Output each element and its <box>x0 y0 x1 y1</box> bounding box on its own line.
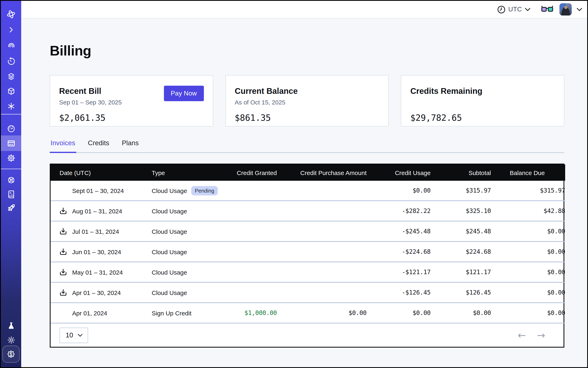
card-subtitle <box>410 99 555 106</box>
tab-plans[interactable]: Plans <box>121 139 140 153</box>
col-balance-due: Balance Due <box>491 165 565 181</box>
helm-wheel-icon <box>7 176 15 184</box>
table-header: Date (UTC) Type Credit Granted Credit Pu… <box>51 165 565 181</box>
balance-due-value: $0.00 <box>491 262 565 282</box>
seal-dollar-icon <box>7 350 16 359</box>
subtotal-value: $325.10 <box>431 201 491 221</box>
credit-purchase-value: $0.00 <box>277 303 367 323</box>
tab-credits[interactable]: Credits <box>87 139 110 153</box>
credit-purchase-value <box>277 262 367 282</box>
layers-icon <box>7 72 15 81</box>
credit-usage-value: $0.00 <box>367 181 431 201</box>
flask-icon <box>7 321 15 330</box>
app-logo[interactable] <box>1 7 21 22</box>
clock-icon <box>497 5 506 14</box>
col-credit-granted: Credit Granted <box>234 165 277 181</box>
col-subtotal: Subtotal <box>431 165 491 181</box>
page-size-value: 10 <box>66 331 73 339</box>
sidebar-item-labs[interactable] <box>1 318 21 333</box>
download-invoice-button[interactable] <box>60 289 67 296</box>
sidebar-item-history[interactable] <box>1 54 21 69</box>
invoice-date: Apr 01 – 30, 2024 <box>72 289 121 296</box>
sidebar-collapse-button[interactable] <box>1 22 21 37</box>
sidebar-item-docs[interactable] <box>1 186 21 202</box>
invoice-row: Apr 01, 2024 Sign Up Credit $1,000.00 $0… <box>51 303 565 323</box>
credit-granted-value <box>234 201 277 221</box>
credit-purchase-value <box>277 241 367 262</box>
pay-now-button[interactable]: Pay Now <box>164 86 204 101</box>
sidebar-item-dashboard[interactable] <box>1 121 21 136</box>
billing-card-icon <box>7 139 15 147</box>
sidebar-item-helm[interactable] <box>1 172 21 188</box>
sidebar-item-settings[interactable] <box>1 150 21 166</box>
sidebar-item-launch[interactable] <box>1 200 21 216</box>
invoice-row: Jun 01 – 30, 2024 Cloud Usage -$224.68 $… <box>51 241 565 262</box>
invoice-type: Cloud Usage <box>152 269 187 276</box>
invoice-row: Apr 01 – 30, 2024 Cloud Usage -$126.45 $… <box>51 282 565 303</box>
topbar: UTC <box>21 1 587 18</box>
invoice-date: May 01 – 31, 2024 <box>72 269 123 276</box>
arrow-left-icon: ← <box>518 330 526 341</box>
download-invoice-button[interactable] <box>60 228 67 235</box>
credit-usage-value: -$121.17 <box>367 262 431 282</box>
tab-invoices[interactable]: Invoices <box>50 139 76 153</box>
credit-usage-value: -$224.68 <box>367 241 431 262</box>
invoices-table: Date (UTC) Type Credit Granted Credit Pu… <box>51 165 565 323</box>
sidebar-item-observe[interactable] <box>1 38 21 54</box>
invoice-date: Aug 01 – 31, 2024 <box>72 207 122 214</box>
sidebar-credits-button[interactable] <box>2 346 19 363</box>
invoice-row: May 01 – 31, 2024 Cloud Usage -$121.17 $… <box>51 262 565 282</box>
sidebar-item-layers[interactable] <box>1 69 21 84</box>
sidebar-item-billing[interactable] <box>1 136 21 151</box>
pagination: ← → <box>518 330 545 340</box>
timezone-selector[interactable]: UTC <box>497 5 531 14</box>
credit-granted-value: $1,000.00 <box>234 303 277 323</box>
credit-granted-value <box>234 282 277 303</box>
recent-bill-amount: $2,061.35 <box>59 113 204 123</box>
balance-due-value: $42.88 <box>491 201 565 221</box>
next-page-button[interactable]: → <box>537 330 545 340</box>
orbit-logo-icon <box>6 9 16 19</box>
main-content: Billing Recent Bill Sep 01 – Sep 30, 202… <box>21 18 587 367</box>
avatar[interactable] <box>560 3 572 16</box>
invoice-row: Jul 01 – 31, 2024 Cloud Usage -$245.48 $… <box>51 221 565 241</box>
reader-mode-button[interactable] <box>541 5 553 14</box>
timer-icon <box>7 57 15 65</box>
credit-usage-value: -$126.45 <box>367 282 431 303</box>
invoice-date: Sept 01 – 30, 2024 <box>72 187 124 194</box>
credit-purchase-value <box>277 181 367 201</box>
account-menu-button[interactable] <box>577 6 582 12</box>
sidebar-item-theme[interactable] <box>1 332 21 348</box>
sun-icon <box>7 336 15 344</box>
chevron-down-icon <box>77 333 83 337</box>
page-title: Billing <box>50 43 564 59</box>
recent-bill-card: Recent Bill Sep 01 – Sep 30, 2025 $2,061… <box>50 75 213 127</box>
subtotal-value: $126.45 <box>431 282 491 303</box>
billing-tabs: Invoices Credits Plans <box>50 139 564 153</box>
sidebar-item-containers[interactable] <box>1 83 21 99</box>
gauge-icon <box>7 124 15 133</box>
download-icon <box>60 207 67 215</box>
chevron-down-icon <box>577 8 582 11</box>
chevron-right-icon <box>7 26 15 34</box>
sidebar-item-services[interactable] <box>1 98 21 114</box>
col-date: Date (UTC) <box>51 165 148 181</box>
page-size-select[interactable]: 10 <box>60 327 88 343</box>
invoice-type: Cloud Usage <box>152 187 187 194</box>
invoices-table-container: Date (UTC) Type Credit Granted Credit Pu… <box>50 164 564 348</box>
download-invoice-button[interactable] <box>60 268 67 276</box>
card-subtitle: As of Oct 15, 2025 <box>235 99 379 106</box>
download-invoice-button[interactable] <box>60 248 67 255</box>
balance-due-value: $0.00 <box>491 221 565 241</box>
balance-due-value: $315.97 <box>491 181 565 201</box>
status-badge: Pending <box>191 186 218 195</box>
download-invoice-button[interactable] <box>60 207 67 215</box>
subtotal-value: $245.48 <box>431 221 491 241</box>
credit-granted-value <box>234 241 277 262</box>
cube-icon <box>7 87 15 95</box>
current-balance-amount: $861.35 <box>235 113 379 123</box>
card-title: Credits Remaining <box>410 86 555 96</box>
observe-spiral-icon <box>7 41 15 50</box>
invoice-type: Cloud Usage <box>152 207 187 214</box>
prev-page-button[interactable]: ← <box>518 330 526 340</box>
